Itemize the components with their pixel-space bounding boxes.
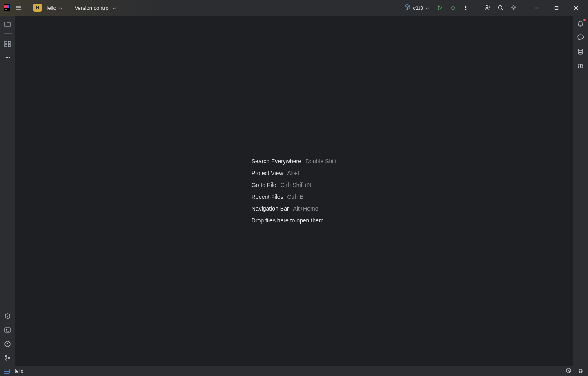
main-menu-button[interactable] [13,2,24,13]
main-area: Search Everywhere Double Shift Project V… [0,16,588,366]
svg-line-11 [452,6,452,7]
ai-assistant-tool-button[interactable] [575,32,586,43]
svg-point-40 [8,357,10,358]
svg-line-9 [451,9,452,9]
cube-icon [404,4,410,12]
project-letter-badge: H [33,4,42,12]
hint-label[interactable]: Navigation Bar [252,205,289,212]
indexing-paused-icon[interactable] [566,367,572,375]
svg-point-13 [466,6,467,7]
statusbar: Hello [0,366,588,376]
svg-point-39 [5,359,7,360]
hint-shortcut: Double Shift [305,158,336,165]
hint-drop-files: Drop files here to open them [252,217,336,224]
svg-rect-33 [5,328,10,332]
statusbar-right [566,367,584,375]
hint-shortcut: Ctrl+E [287,194,303,200]
svg-point-44 [579,371,580,372]
gutter-divider [4,33,12,34]
chevron-down-icon [59,4,62,11]
titlebar-right: c1t3 [401,2,585,13]
svg-point-16 [486,6,488,8]
hint-navigation-bar: Navigation Bar Alt+Home [252,205,336,212]
run-configuration-selector[interactable]: c1t3 [401,2,432,13]
code-with-me-button[interactable] [482,2,493,13]
svg-point-19 [499,6,502,9]
hint-panel: Search Everywhere Double Shift Project V… [252,158,336,224]
hint-shortcut: Alt+1 [287,170,300,176]
terminal-tool-button[interactable] [2,324,13,336]
hint-label[interactable]: Project View [252,170,283,176]
statusbar-left: Hello [4,368,23,374]
svg-rect-29 [8,44,10,47]
maven-tool-button[interactable]: m [575,60,586,71]
svg-rect-23 [555,6,558,9]
problems-tool-button[interactable] [2,338,13,349]
chevron-down-icon [112,4,116,11]
settings-button[interactable] [508,2,519,13]
version-control-widget[interactable]: Version control [71,2,119,13]
run-button[interactable] [434,2,445,13]
titlebar: H Hello Version control c1t3 [0,0,588,16]
hint-project-view: Project View Alt+1 [252,170,336,176]
hint-shortcut: Ctrl+Shift+N [280,182,311,188]
left-stripe-top [2,18,13,63]
svg-point-41 [578,49,583,51]
notifications-tool-button[interactable] [575,18,586,29]
svg-line-12 [454,6,454,7]
maximize-window-button[interactable] [547,2,565,13]
intellij-logo-icon[interactable] [3,4,11,11]
chevron-down-icon [425,4,429,11]
editor-empty-state[interactable]: Search Everywhere Double Shift Project V… [16,16,572,366]
hint-label[interactable]: Recent Files [252,194,283,200]
right-tool-stripe: m [572,16,588,366]
svg-point-21 [513,7,514,9]
tool-window-quick-access-icon[interactable] [4,369,10,374]
version-control-label: Version control [75,5,110,11]
svg-point-45 [581,371,582,372]
svg-line-43 [567,369,570,372]
hint-label[interactable]: Search Everywhere [252,158,301,165]
svg-point-30 [5,57,7,58]
svg-rect-27 [8,41,10,43]
minimize-window-button[interactable] [528,2,546,13]
svg-point-38 [5,355,7,357]
more-tools-button[interactable] [2,52,13,63]
hint-recent-files: Recent Files Ctrl+E [252,194,336,200]
hint-label[interactable]: Go to File [252,182,276,188]
svg-point-15 [466,9,467,10]
svg-rect-1 [5,9,7,10]
run-config-name: c1t3 [413,5,423,11]
left-stripe-bottom [2,310,13,363]
svg-rect-28 [5,44,7,47]
git-tool-button[interactable] [2,352,13,363]
svg-point-37 [7,345,8,345]
hint-shortcut: Alt+Home [293,205,318,212]
hint-go-to-file: Go to File Ctrl+Shift+N [252,182,336,188]
maven-icon: m [578,61,583,70]
svg-point-32 [9,57,10,58]
hint-search-everywhere: Search Everywhere Double Shift [252,158,336,165]
status-project[interactable]: Hello [12,368,23,374]
project-selector[interactable]: H Hello [30,2,66,13]
project-name: Hello [44,5,56,11]
project-tool-button[interactable] [2,18,13,29]
svg-point-31 [7,57,8,58]
debug-button[interactable] [447,2,459,13]
search-everywhere-button[interactable] [495,2,506,13]
structure-tool-button[interactable] [2,38,13,49]
titlebar-left: H Hello Version control [3,2,119,13]
svg-line-10 [454,9,455,9]
titlebar-divider [477,4,477,12]
services-tool-button[interactable] [2,310,13,322]
copilot-status-icon[interactable] [577,367,584,375]
svg-line-20 [502,9,503,11]
left-tool-stripe [0,16,16,366]
svg-rect-26 [5,41,7,43]
more-actions-button[interactable] [460,2,472,13]
svg-point-14 [466,7,467,9]
close-window-button[interactable] [567,2,585,13]
database-tool-button[interactable] [575,46,586,57]
